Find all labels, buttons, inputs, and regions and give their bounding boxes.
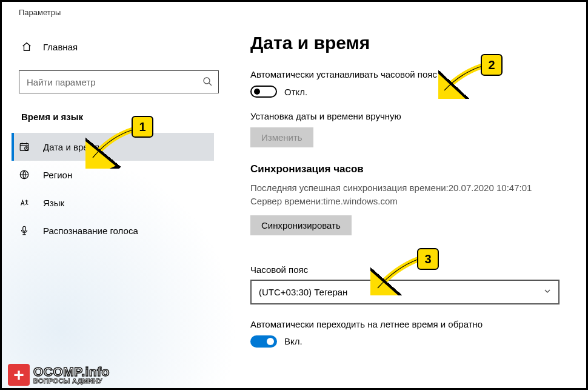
annotation-badge-2: 2 (481, 54, 503, 76)
sync-server-prefix: Сервер времени: (250, 196, 323, 206)
svg-rect-4 (23, 226, 26, 231)
watermark-subtitle: ВОПРОСЫ АДМИНУ (33, 378, 110, 385)
search-icon (202, 76, 212, 88)
nav-item-language[interactable]: Язык (12, 189, 214, 217)
nav-item-label: Распознавание голоса (43, 226, 138, 236)
window-title: Параметры (2, 2, 586, 21)
watermark-text: OCOMP.info ВОПРОСЫ АДМИНУ (33, 365, 110, 385)
annotation-badge-3: 3 (417, 248, 439, 270)
sync-button[interactable]: Синхронизировать (250, 215, 352, 235)
sync-last-prefix: Последняя успешная синхронизация времени… (250, 183, 449, 193)
dst-toggle-row: Вкл. (250, 335, 568, 348)
nav-item-speech[interactable]: Распознавание голоса (12, 217, 214, 244)
mic-icon (19, 225, 30, 236)
globe-icon (19, 169, 30, 180)
search-input[interactable] (27, 77, 202, 87)
sync-last-value: 20.07.2020 10:47:01 (449, 183, 532, 193)
watermark-domain: OCOMP.info (33, 365, 110, 378)
main-content: Дата и время Автоматически устанавливать… (226, 21, 586, 388)
sync-section: Синхронизация часов Последняя успешная с… (250, 163, 568, 251)
auto-tz-toggle-row: Откл. (250, 86, 568, 98)
annotation-badge-1: 1 (132, 116, 153, 138)
nav-item-label: Язык (43, 198, 64, 208)
tz-selected-value: (UTC+03:30) Тегеран (259, 287, 347, 297)
page-title: Дата и время (250, 33, 568, 53)
sync-server-value: time.windows.com (323, 196, 398, 206)
dst-state: Вкл. (284, 336, 302, 346)
manual-set-label: Установка даты и времени вручную (250, 111, 568, 121)
watermark-logo: + (8, 364, 30, 386)
nav-item-label: Регион (43, 170, 72, 180)
auto-tz-toggle[interactable] (250, 86, 277, 98)
home-label: Главная (43, 42, 78, 52)
sidebar: Главная Время и язык Дата и (2, 21, 226, 388)
watermark: + OCOMP.info ВОПРОСЫ АДМИНУ (8, 364, 110, 386)
home-link[interactable]: Главная (19, 38, 214, 56)
dst-label: Автоматически переходить на летнее время… (250, 319, 568, 329)
dst-toggle[interactable] (250, 335, 277, 348)
search-input-container[interactable] (19, 70, 219, 93)
auto-tz-label: Автоматически устанавливать часовой пояс (250, 69, 568, 79)
svg-point-0 (204, 78, 210, 84)
calendar-icon (19, 141, 30, 152)
auto-tz-state: Откл. (284, 87, 307, 97)
language-icon (19, 197, 30, 208)
chevron-down-icon (544, 287, 551, 297)
sync-info: Последняя успешная синхронизация времени… (250, 181, 568, 208)
change-button: Изменить (250, 127, 313, 147)
sync-title: Синхронизация часов (250, 163, 568, 175)
home-icon (21, 41, 32, 52)
